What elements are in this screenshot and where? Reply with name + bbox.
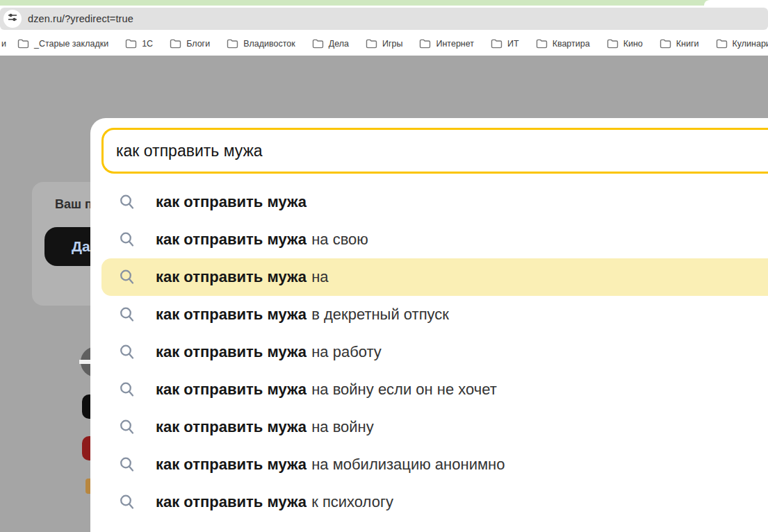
folder-icon	[491, 39, 503, 49]
background-card-text: Ваш п	[55, 197, 92, 212]
suggestion-text: как отправить мужа на	[156, 268, 329, 286]
dimmed-page-overlay: Ваш п Да как отправить мужакак отправить…	[0, 56, 768, 532]
suggestion-text: как отправить мужа к психологу	[156, 493, 393, 511]
bookmark-folder[interactable]: Блоги	[170, 39, 210, 49]
address-bar-row: dzen.ru/?yredirect=true	[0, 6, 768, 32]
tab-corner	[704, 0, 768, 6]
folder-icon	[607, 39, 619, 49]
search-icon	[118, 268, 136, 286]
suggestion-row[interactable]: как отправить мужа на войну	[101, 408, 768, 446]
suggestion-row[interactable]: как отправить мужа на сво если он не хоч…	[101, 521, 768, 532]
suggestion-row[interactable]: как отправить мужа в декретный отпуск	[101, 296, 768, 333]
bookmark-folder[interactable]: Кулинария	[716, 39, 768, 49]
bookmark-folder[interactable]: ИТ	[491, 39, 519, 49]
address-bar[interactable]: dzen.ru/?yredirect=true	[0, 8, 768, 30]
suggestion-text: как отправить мужа на свою	[156, 231, 368, 249]
bookmark-label: Книги	[676, 39, 699, 49]
bookmark-folder[interactable]: Интернет	[419, 39, 474, 49]
folder-icon	[312, 39, 324, 49]
suggestion-text: как отправить мужа	[156, 193, 307, 211]
bookmark-label: 1С	[142, 39, 153, 49]
bookmark-label: Игры	[382, 39, 402, 49]
bookmark-label: _Старые закладки	[34, 39, 108, 49]
site-info-button[interactable]	[3, 10, 22, 28]
suggestion-row[interactable]: как отправить мужа	[101, 183, 768, 221]
bookmark-folder[interactable]: Квартира	[536, 39, 590, 49]
suggestion-row[interactable]: как отправить мужа на свою	[101, 221, 768, 258]
bookmark-folder[interactable]: и	[1, 39, 6, 49]
bookmark-folder[interactable]: Игры	[366, 39, 402, 49]
bookmark-folder[interactable]: Дела	[312, 39, 349, 49]
bookmark-label: Блоги	[186, 39, 210, 49]
suggestion-row[interactable]: как отправить мужа на мобилизацию аноним…	[101, 446, 768, 483]
bookmark-label: Дела	[329, 39, 349, 49]
folder-icon	[170, 39, 181, 49]
folder-icon	[419, 39, 431, 49]
bookmark-label: Владивосток	[243, 39, 295, 49]
folder-icon	[17, 39, 29, 49]
bookmark-folder[interactable]: _Старые закладки	[17, 39, 108, 49]
browser-tabstrip	[0, 0, 768, 6]
search-input[interactable]	[104, 130, 768, 172]
tune-sliders-icon	[7, 12, 18, 26]
search-icon	[118, 193, 136, 211]
suggestion-text: как отправить мужа на войну если он не х…	[156, 381, 497, 399]
bookmarks-bar: и _Старые закладки1СБлогиВладивостокДела…	[0, 32, 768, 56]
folder-icon	[227, 39, 238, 49]
bookmark-label: Кино	[623, 39, 643, 49]
search-suggest-panel: как отправить мужакак отправить мужа на …	[90, 118, 768, 532]
suggestion-row[interactable]: как отправить мужа на работу	[101, 333, 768, 371]
bookmark-label: и	[1, 39, 6, 49]
search-icon	[118, 456, 136, 474]
search-box[interactable]	[101, 128, 768, 174]
folder-icon	[366, 39, 377, 49]
folder-icon	[660, 39, 671, 49]
bookmark-folder[interactable]: Владивосток	[227, 39, 295, 49]
bookmark-label: Квартира	[553, 39, 590, 49]
suggestion-row[interactable]: как отправить мужа на войну если он не х…	[101, 371, 768, 408]
search-icon	[118, 231, 136, 249]
bookmark-label: Интернет	[436, 39, 474, 49]
url-text[interactable]: dzen.ru/?yredirect=true	[28, 13, 133, 24]
bookmark-folder[interactable]: Кино	[607, 39, 643, 49]
bookmark-label: ИТ	[507, 39, 519, 49]
folder-icon	[716, 39, 728, 49]
search-icon	[118, 418, 136, 436]
folder-icon	[125, 39, 137, 49]
suggestion-text: как отправить мужа на войну	[156, 418, 374, 436]
search-icon	[118, 343, 136, 361]
suggestion-row[interactable]: как отправить мужа к психологу	[101, 483, 768, 521]
suggestions-list: как отправить мужакак отправить мужа на …	[90, 183, 768, 532]
search-icon	[118, 493, 136, 511]
suggestion-text: как отправить мужа в декретный отпуск	[156, 306, 449, 324]
bookmark-folder[interactable]: 1С	[125, 39, 153, 49]
suggestion-text: как отправить мужа на мобилизацию аноним…	[156, 456, 505, 474]
folder-icon	[536, 39, 548, 49]
background-card-button-label: Да	[72, 238, 90, 255]
bookmark-label: Кулинария	[733, 39, 768, 49]
search-icon	[118, 381, 136, 399]
suggestion-text: как отправить мужа на работу	[156, 343, 382, 361]
bookmark-folder[interactable]: Книги	[660, 39, 699, 49]
search-icon	[118, 306, 136, 324]
suggestion-row-highlighted[interactable]: как отправить мужа на	[101, 258, 768, 296]
